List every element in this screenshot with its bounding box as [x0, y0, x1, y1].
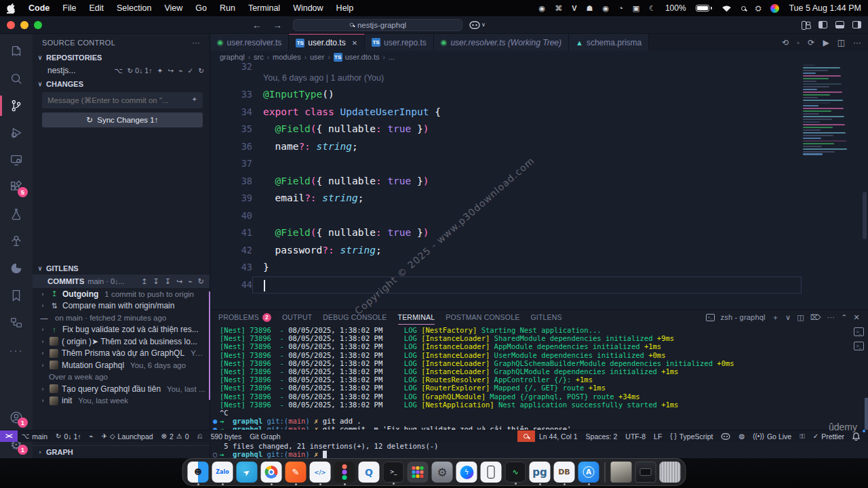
panel-tab[interactable]: GITLENS: [530, 310, 561, 325]
dock-item-dbeaver[interactable]: DB: [554, 462, 575, 483]
dock-item-terminal[interactable]: >_: [383, 462, 404, 483]
panel-tab[interactable]: OUTPUT: [282, 310, 312, 325]
panel-tab[interactable]: DEBUG CONSOLE: [323, 310, 387, 325]
code-line[interactable]: 42 password?: string;: [210, 242, 803, 260]
dock-item-pgadmin[interactable]: pg: [530, 462, 551, 483]
breadcrumb-item[interactable]: user: [310, 53, 324, 61]
panel-tab[interactable]: POSTMAN CONSOLE: [446, 310, 519, 325]
close-panel-icon[interactable]: ✕: [854, 313, 860, 322]
code-line[interactable]: 43}: [210, 259, 803, 277]
window-minimize-button[interactable]: [20, 21, 28, 29]
prettier-item[interactable]: ✓Prettier: [809, 430, 848, 442]
menubar-item[interactable]: Run: [220, 3, 235, 13]
commit-item[interactable]: ›↥Outgoing1 commit to push to origin: [33, 288, 210, 300]
code-line[interactable]: 36 name?: string;: [210, 138, 803, 156]
activity-gitlens[interactable]: [0, 255, 33, 282]
remote-indicator-button[interactable]: ><: [0, 430, 18, 442]
minimap[interactable]: [803, 64, 859, 156]
code-line[interactable]: 39 email?: string;: [210, 190, 803, 207]
editor-tab[interactable]: TSuser.repo.ts: [365, 34, 434, 51]
dock-item-trash[interactable]: [660, 462, 681, 483]
copilot-menu-icon[interactable]: ∨: [469, 21, 486, 29]
branch-status-item[interactable]: ⌥main: [18, 430, 52, 442]
pull-icon[interactable]: ↧: [153, 277, 159, 286]
activity-project-manager[interactable]: [0, 309, 33, 336]
editor-more-actions-icon[interactable]: ···: [853, 38, 861, 47]
dock-item-zalo[interactable]: Zalo: [212, 462, 233, 483]
panel-tab[interactable]: PROBLEMS2: [218, 310, 271, 325]
activity-bookmarks[interactable]: [0, 282, 33, 309]
editor-tab[interactable]: TSuser.dto.ts✕: [289, 34, 365, 51]
activity-extensions[interactable]: 5: [0, 174, 33, 201]
commit-item[interactable]: Over a week ago: [33, 371, 210, 384]
fetch-icon[interactable]: ↧: [165, 277, 171, 286]
commit-message-input[interactable]: [42, 92, 203, 108]
dock-item-settings[interactable]: ⚙: [432, 462, 453, 483]
kill-terminal-icon[interactable]: ⌦: [810, 313, 821, 322]
menubar-item[interactable]: Window: [293, 3, 323, 13]
dock-item-chrome[interactable]: [261, 462, 282, 483]
customize-layout-icon[interactable]: [802, 21, 810, 28]
nav-dot-icon[interactable]: ◦: [797, 38, 800, 47]
panel-tab[interactable]: TERMINAL: [398, 310, 435, 325]
dock-item-vscode[interactable]: </>: [310, 462, 331, 483]
terminal-more-icon[interactable]: ···: [827, 313, 835, 321]
generate-commit-message-icon[interactable]: ✦: [192, 96, 197, 103]
go-live-item[interactable]: ((•))Go Live: [749, 430, 795, 442]
editor-scrollbar[interactable]: [863, 192, 867, 239]
problems-status-item[interactable]: ⊗2⚠0: [157, 430, 193, 442]
moon-focus-icon[interactable]: ☾: [649, 4, 656, 13]
breadcrumb-item[interactable]: modules: [273, 53, 301, 61]
dock-item-activity[interactable]: ∿: [505, 462, 526, 483]
dock-item-iphone[interactable]: [481, 462, 502, 483]
activity-testing[interactable]: [0, 201, 33, 228]
pr-status-icon[interactable]: ⎌: [193, 430, 207, 442]
apple-menu-icon[interactable]: [7, 3, 16, 14]
refresh-commits-icon[interactable]: ↻: [198, 277, 204, 286]
dock-item-finder[interactable]: ☻: [188, 462, 209, 483]
color-wheel-icon[interactable]: [770, 4, 779, 13]
terminal-dropdown-icon[interactable]: ∨: [785, 313, 791, 322]
toggle-sidebar-icon[interactable]: [818, 21, 827, 28]
activity-search[interactable]: [0, 65, 33, 92]
menubar-item[interactable]: View: [164, 3, 182, 13]
cursor-position-item[interactable]: Ln 44, Col 1: [535, 430, 582, 442]
activity-git-graph[interactable]: [0, 228, 33, 255]
branch-icon[interactable]: ⌥: [114, 66, 122, 75]
code-line[interactable]: 35 @Field({ nullable: true }): [210, 121, 803, 138]
menubar-clock[interactable]: Tue 5 Aug 1:44 PM: [789, 3, 861, 13]
editor-tab[interactable]: ▲schema.prisma: [569, 34, 649, 51]
maximize-panel-icon[interactable]: ⌃: [841, 313, 847, 322]
menubar-app-name[interactable]: Code: [28, 3, 50, 13]
breadcrumb-item[interactable]: graphql: [220, 53, 245, 61]
commit-item[interactable]: ›Mutation GraphqlYou, 6 days ago: [33, 359, 210, 371]
v-app-status-icon[interactable]: V: [572, 4, 576, 12]
notifications-bell-icon[interactable]: [848, 430, 864, 442]
gitlens-action-icon[interactable]: ⌁: [178, 66, 182, 75]
sidebar-more-icon[interactable]: ···: [192, 39, 200, 47]
indentation-item[interactable]: Spaces: 2: [582, 430, 622, 442]
editor-tab[interactable]: ◉user.resolver.ts (Working Tree): [434, 34, 569, 51]
control-center-icon[interactable]: ⛭: [755, 4, 762, 13]
code-line[interactable]: 41 @Field({ nullable: true }): [210, 224, 803, 242]
filesize-status-item[interactable]: 590 bytes: [207, 430, 246, 442]
dock-item-telegram[interactable]: ➤: [237, 462, 258, 483]
switch-branch-icon[interactable]: ↪: [176, 277, 182, 286]
accounts-icon[interactable]: 1: [0, 404, 33, 431]
history-back-button[interactable]: ←: [252, 20, 262, 30]
search-editor-status-button[interactable]: [517, 430, 535, 442]
breadcrumb-item[interactable]: TSuser.dto.ts: [334, 53, 380, 62]
menubar-item[interactable]: Help: [336, 3, 354, 13]
code-line[interactable]: 34export class UpdateUserInput {: [210, 104, 803, 121]
launchpad-status-item[interactable]: ✈◇Launchpad: [98, 430, 157, 442]
add-terminal-icon[interactable]: ＋: [772, 312, 779, 323]
nav-forward-editor-icon[interactable]: ⟳: [808, 38, 814, 47]
command-center-search[interactable]: nestjs-graphql: [293, 19, 462, 31]
repository-row[interactable]: nestjs... ⌥ ↻ 0↓ 1↑ ✦ ↪ ⌁ ✓ ↻: [33, 64, 210, 77]
nav-back-editor-icon[interactable]: ⟲: [782, 38, 789, 47]
commits-subsection-header[interactable]: COMMITS main · 0↓... ↥ ↧ ↧ ↪ ⌁ ↻: [33, 274, 210, 288]
dock-item-figma[interactable]: [334, 462, 355, 483]
key-status-icon[interactable]: ⚿: [795, 430, 809, 442]
activity-remote-explorer[interactable]: [0, 146, 33, 174]
dock-item-quicktime[interactable]: Q: [359, 462, 380, 483]
